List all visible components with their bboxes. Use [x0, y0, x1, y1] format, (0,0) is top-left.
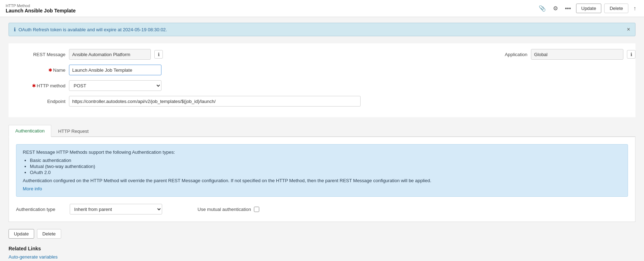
rest-message-info-button[interactable]: ℹ: [154, 50, 163, 59]
main-content: ℹ OAuth Refresh token is available and w…: [0, 17, 644, 261]
bottom-actions: Update Delete: [9, 229, 635, 239]
required-star: ✱: [32, 83, 36, 88]
more-icon-button[interactable]: •••: [563, 4, 573, 13]
auth-type-row: Authentication type Inherit from parent …: [16, 204, 628, 214]
endpoint-row: Endpoint: [9, 96, 635, 107]
update-button-header[interactable]: Update: [576, 4, 602, 13]
name-input[interactable]: [69, 65, 161, 75]
info-icon: ℹ: [14, 27, 16, 32]
upload-icon-button[interactable]: ↑: [631, 4, 638, 13]
header-title-block: HTTP Method Launch Ansible Job Template: [6, 4, 76, 13]
name-row: ✱Name: [9, 65, 635, 75]
mutual-auth-group: Use mutual authentication: [198, 207, 259, 212]
tab-http-request[interactable]: HTTP Request: [51, 125, 95, 137]
info-box-note: Authentication configured on the HTTP Me…: [23, 178, 621, 183]
required-star: ✱: [48, 67, 52, 73]
related-links-section: Related Links Auto-generate variables Pr…: [9, 246, 635, 261]
info-icon: ℹ: [630, 52, 632, 57]
oauth-bar-close-button[interactable]: ×: [627, 27, 630, 32]
oauth-bar-left: ℹ OAuth Refresh token is available and w…: [14, 27, 167, 32]
info-icon: ℹ: [158, 52, 160, 57]
info-box-list: Basic authentication Mutual (two-way aut…: [30, 158, 621, 175]
oauth-bar-text: OAuth Refresh token is available and wil…: [18, 27, 167, 32]
endpoint-label: Endpoint: [9, 99, 65, 104]
tabs-header: Authentication HTTP Request: [9, 124, 635, 137]
update-button-bottom[interactable]: Update: [9, 229, 34, 239]
name-label: ✱Name: [9, 67, 65, 73]
tab-content-authentication: REST Message HTTP Methods support the fo…: [9, 137, 635, 222]
delete-button-header[interactable]: Delete: [604, 4, 628, 13]
page-header: HTTP Method Launch Ansible Job Template …: [0, 0, 644, 17]
auth-type-label: Authentication type: [16, 207, 55, 212]
http-method-select[interactable]: POST GET PUT PATCH DELETE: [69, 80, 161, 91]
endpoint-input[interactable]: [69, 96, 361, 107]
rest-message-row: REST Message ℹ Application ℹ: [9, 49, 635, 60]
delete-button-bottom[interactable]: Delete: [37, 229, 61, 239]
header-title: Launch Ansible Job Template: [6, 8, 76, 13]
list-item: Mutual (two-way authentication): [30, 164, 621, 169]
tab-authentication[interactable]: Authentication: [9, 125, 51, 137]
list-item: Basic authentication: [30, 158, 621, 163]
auth-type-select[interactable]: Inherit from parent Basic Mutual OAuth 2…: [70, 204, 162, 214]
mutual-auth-label: Use mutual authentication: [198, 207, 251, 212]
auth-info-box: REST Message HTTP Methods support the fo…: [16, 144, 628, 197]
application-label: Application: [505, 52, 527, 57]
tabs-container: Authentication HTTP Request REST Message…: [9, 124, 635, 222]
info-box-title: REST Message HTTP Methods support the fo…: [23, 149, 621, 155]
form-section: REST Message ℹ Application ℹ ✱Name: [9, 43, 635, 117]
header-actions: 📎 ⚙ ••• Update Delete ↑: [537, 4, 638, 13]
list-item: OAuth 2.0: [30, 170, 621, 175]
settings-icon-button[interactable]: ⚙: [551, 4, 560, 13]
mutual-auth-checkbox[interactable]: [254, 207, 259, 212]
application-info-button[interactable]: ℹ: [627, 50, 635, 59]
application-row: Application ℹ: [505, 49, 635, 60]
oauth-notification-bar: ℹ OAuth Refresh token is available and w…: [9, 23, 635, 36]
application-input[interactable]: [531, 49, 623, 60]
related-links-title: Related Links: [9, 246, 635, 251]
related-link-auto-generate[interactable]: Auto-generate variables: [9, 254, 635, 260]
header-subtitle: HTTP Method: [6, 4, 76, 8]
http-method-row: ✱HTTP method POST GET PUT PATCH DELETE: [9, 80, 635, 91]
rest-message-input[interactable]: [69, 49, 151, 60]
http-method-label: ✱HTTP method: [9, 83, 65, 88]
rest-message-label: REST Message: [9, 52, 65, 57]
attachment-icon-button[interactable]: 📎: [537, 4, 548, 13]
more-info-link[interactable]: More info: [23, 186, 42, 191]
